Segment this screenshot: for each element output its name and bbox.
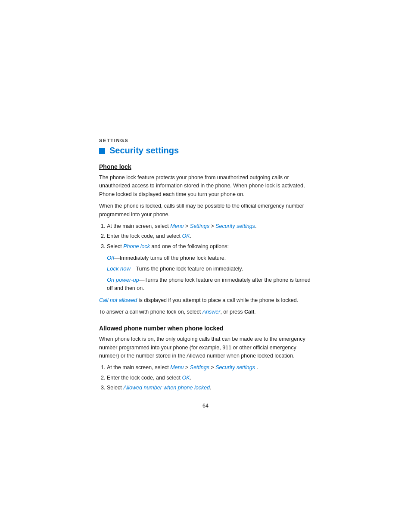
option-locknow: Lock now—Turns the phone lock feature on… [107, 265, 312, 273]
allowed-phone-section: Allowed phone number when phone locked W… [99, 325, 312, 392]
allowed-phone-para1: When phone lock is on, the only outgoing… [99, 335, 312, 360]
step1-end: . [255, 223, 256, 229]
option-onpowerup-label: On power-up [107, 277, 139, 283]
phone-lock-section: Phone lock The phone lock feature protec… [99, 163, 312, 316]
step1-sep1: > [184, 223, 190, 229]
allowed-step-1: At the main screen, select Menu > Settin… [107, 364, 312, 372]
section-title: Security settings [109, 146, 179, 156]
allowed-step2-text-before: Enter the lock code, and select [107, 375, 182, 381]
allowed-step3-link[interactable]: Allowed number when phone locked [123, 385, 210, 391]
content-area: Settings Security settings Phone lock Th… [0, 0, 411, 443]
option-off: Off—Immediately turns off the phone lock… [107, 254, 312, 262]
phone-lock-para1: The phone lock feature protects your pho… [99, 174, 312, 199]
call-not-allowed-para: Call not allowed is displayed if you att… [99, 296, 312, 305]
option-locknow-label: Lock now [107, 265, 131, 272]
section-heading: Security settings [99, 146, 312, 156]
allowed-step3-text-before: Select [107, 385, 123, 391]
answer-link[interactable]: Answer [202, 309, 221, 315]
option-off-label: Off [107, 255, 114, 261]
step2-end: . [190, 233, 191, 239]
allowed-phone-steps: At the main screen, select Menu > Settin… [107, 364, 312, 392]
allowed-step1-link-security[interactable]: Security settings [215, 364, 255, 370]
step-1: At the main screen, select Menu > Settin… [107, 222, 312, 230]
answer-call-bold: Call [244, 309, 254, 315]
phone-lock-para2: When the phone is locked, calls still ma… [99, 202, 312, 219]
allowed-step-2: Enter the lock code, and select OK. [107, 374, 312, 382]
step-3: Select Phone lock and one of the followi… [107, 243, 312, 251]
step3-link-phonelock[interactable]: Phone lock [123, 243, 150, 249]
step1-link-settings[interactable]: Settings [190, 223, 209, 229]
allowed-step1-sep2: > [209, 364, 215, 370]
allowed-step2-end: . [190, 375, 191, 381]
answer-period: . [254, 309, 255, 315]
allowed-step1-sep1: > [184, 364, 190, 370]
phone-lock-title: Phone lock [99, 163, 312, 170]
allowed-step-3: Select Allowed number when phone locked. [107, 384, 312, 392]
call-not-allowed-link[interactable]: Call not allowed [99, 297, 137, 303]
step3-text-after: and one of the following options: [150, 243, 229, 249]
step1-text-before: At the main screen, select [107, 223, 170, 229]
page-container: Settings Security settings Phone lock Th… [0, 0, 411, 532]
step3-text-before: Select [107, 243, 123, 249]
answer-comma: , or press [220, 309, 244, 315]
option-onpowerup: On power-up—Turns the phone lock feature… [107, 276, 312, 293]
call-not-allowed-text: is displayed if you attempt to place a c… [137, 297, 298, 303]
step1-link-security[interactable]: Security settings [215, 223, 255, 229]
allowed-step1-link-menu[interactable]: Menu [170, 364, 184, 370]
step1-sep2: > [209, 223, 215, 229]
allowed-phone-title: Allowed phone number when phone locked [99, 325, 312, 332]
step1-link-menu[interactable]: Menu [170, 223, 184, 229]
step-2: Enter the lock code, and select OK. [107, 232, 312, 240]
allowed-step3-end: . [210, 385, 211, 391]
step2-text-before: Enter the lock code, and select [107, 233, 182, 239]
answer-para: To answer a call with phone lock on, sel… [99, 308, 312, 316]
allowed-step1-end: . [255, 364, 258, 370]
allowed-step1-link-settings[interactable]: Settings [190, 364, 209, 370]
option-off-text: —Immediately turns off the phone lock fe… [114, 255, 226, 261]
option-locknow-text: —Turns the phone lock feature on immedia… [131, 266, 243, 272]
answer-text-before: To answer a call with phone lock on, sel… [99, 309, 202, 315]
allowed-step1-text-before: At the main screen, select [107, 364, 170, 370]
blue-square-icon [99, 148, 105, 154]
allowed-step2-link-ok[interactable]: OK [182, 375, 190, 381]
page-number: 64 [99, 403, 312, 409]
phone-lock-steps: At the main screen, select Menu > Settin… [107, 222, 312, 251]
section-label: Settings [99, 138, 312, 143]
step2-link-ok[interactable]: OK [182, 233, 190, 239]
